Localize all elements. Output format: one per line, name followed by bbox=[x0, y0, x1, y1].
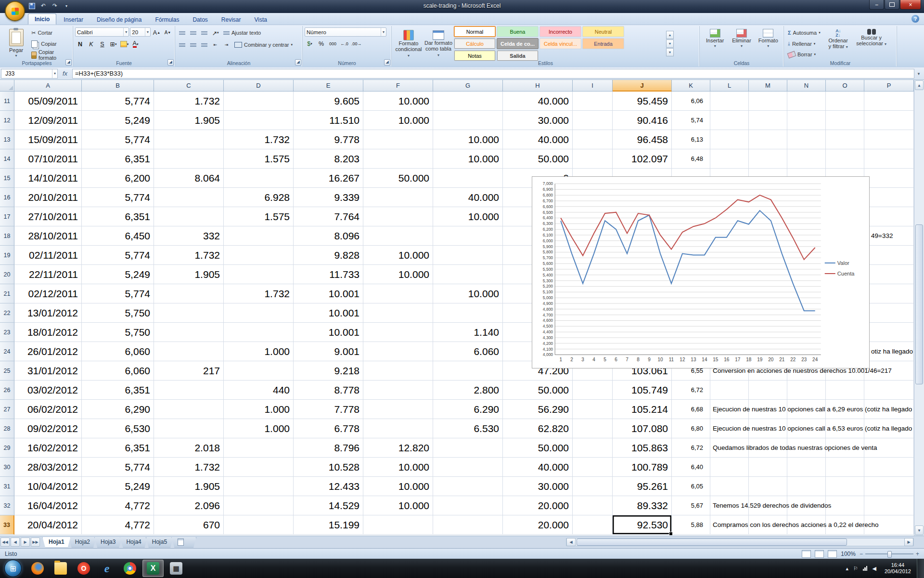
cell-J14[interactable]: 102.097 bbox=[613, 149, 672, 169]
row-header-32[interactable]: 32 bbox=[0, 496, 14, 515]
alignment-dialog-launcher[interactable]: ◢ bbox=[295, 59, 301, 66]
column-header-D[interactable]: D bbox=[224, 80, 294, 92]
cell-style-normal[interactable]: Normal bbox=[454, 26, 496, 37]
cell-C11[interactable]: 1.732 bbox=[154, 92, 224, 111]
cell-F13[interactable] bbox=[363, 130, 433, 149]
cell-G17[interactable]: 10.000 bbox=[433, 207, 503, 226]
cell-G32[interactable] bbox=[433, 496, 503, 515]
cell-I14[interactable] bbox=[573, 149, 613, 169]
cell-I33[interactable] bbox=[573, 515, 613, 535]
cell-C26[interactable] bbox=[154, 381, 224, 400]
row-header-20[interactable]: 20 bbox=[0, 265, 14, 284]
cell-A26[interactable]: 03/02/2012 bbox=[14, 381, 82, 400]
row-header-17[interactable]: 17 bbox=[0, 207, 14, 226]
cell-E21[interactable]: 10.001 bbox=[294, 284, 363, 303]
cell-E33[interactable]: 15.199 bbox=[294, 515, 363, 535]
cell-A17[interactable]: 27/10/2011 bbox=[14, 207, 82, 226]
cell-J12[interactable]: 90.416 bbox=[613, 111, 672, 130]
cell-D22[interactable] bbox=[224, 303, 294, 323]
row-header-16[interactable]: 16 bbox=[0, 188, 14, 207]
row-header-26[interactable]: 26 bbox=[0, 381, 14, 400]
cell-H30[interactable]: 40.000 bbox=[503, 458, 573, 477]
cell-A14[interactable]: 07/10/2011 bbox=[14, 149, 82, 169]
expand-formula-bar-button[interactable]: ▾ bbox=[914, 71, 923, 76]
grow-font-button[interactable]: A▲ bbox=[152, 27, 162, 38]
cell-G16[interactable]: 40.000 bbox=[433, 188, 503, 207]
row-header-14[interactable]: 14 bbox=[0, 149, 14, 169]
cell-O26[interactable] bbox=[826, 381, 864, 400]
page-layout-view-button[interactable] bbox=[815, 550, 824, 558]
cell-style-incorrecto[interactable]: Incorrecto bbox=[539, 26, 581, 37]
cell-B24[interactable]: 6,060 bbox=[82, 342, 154, 361]
cell-A32[interactable]: 16/04/2012 bbox=[14, 496, 82, 515]
column-header-O[interactable]: O bbox=[826, 80, 864, 92]
cell-F16[interactable] bbox=[363, 188, 433, 207]
cell-B32[interactable]: 4,772 bbox=[82, 496, 154, 515]
close-button[interactable]: × bbox=[900, 0, 921, 10]
cell-F25[interactable] bbox=[363, 361, 433, 381]
zoom-level[interactable]: 100% bbox=[841, 551, 856, 557]
zoom-in-icon[interactable]: + bbox=[916, 551, 919, 557]
cell-style-neutral[interactable]: Neutral bbox=[582, 26, 624, 37]
row-header-31[interactable]: 31 bbox=[0, 477, 14, 496]
ribbon-tab-inicio[interactable]: Inicio bbox=[28, 13, 56, 25]
cell-H11[interactable]: 40.000 bbox=[503, 92, 573, 111]
cell-H12[interactable]: 30.000 bbox=[503, 111, 573, 130]
cell-I29[interactable] bbox=[573, 438, 613, 458]
cell-H29[interactable]: 50.000 bbox=[503, 438, 573, 458]
cell-A19[interactable]: 02/11/2011 bbox=[14, 246, 82, 265]
cell-C18[interactable]: 332 bbox=[154, 226, 224, 246]
cell-style-notas[interactable]: Notas bbox=[454, 50, 496, 61]
cell-O14[interactable] bbox=[826, 149, 864, 169]
cell-G26[interactable]: 2.800 bbox=[433, 381, 503, 400]
cell-E19[interactable]: 9.828 bbox=[294, 246, 363, 265]
cell-C31[interactable]: 1.905 bbox=[154, 477, 224, 496]
cell-D20[interactable] bbox=[224, 265, 294, 284]
column-header-L[interactable]: L bbox=[710, 80, 749, 92]
cell-D14[interactable]: 1.575 bbox=[224, 149, 294, 169]
copy-button[interactable]: Copiar bbox=[29, 39, 71, 49]
cell-P23[interactable] bbox=[864, 323, 914, 342]
cell-D15[interactable] bbox=[224, 169, 294, 188]
bold-button[interactable]: N bbox=[75, 39, 85, 49]
clipboard-dialog-launcher[interactable]: ◢ bbox=[65, 59, 72, 66]
cell-D25[interactable] bbox=[224, 361, 294, 381]
cell-H26[interactable]: 50.000 bbox=[503, 381, 573, 400]
worksheet-grid[interactable]: ABCDEFGHIJKLMNOP 1105/09/20115,7741.7329… bbox=[0, 80, 914, 536]
column-header-N[interactable]: N bbox=[787, 80, 826, 92]
align-right-button[interactable] bbox=[199, 40, 209, 50]
decrease-indent-button[interactable]: ⇤ bbox=[210, 40, 220, 50]
cell-H14[interactable]: 50.000 bbox=[503, 149, 573, 169]
cell-B11[interactable]: 5,774 bbox=[82, 92, 154, 111]
cell-G27[interactable]: 6.290 bbox=[433, 400, 503, 419]
cell-G30[interactable] bbox=[433, 458, 503, 477]
cell-F24[interactable] bbox=[363, 342, 433, 361]
conditional-formatting-button[interactable]: Formato condicional ▾ bbox=[394, 28, 424, 59]
cell-C20[interactable]: 1.905 bbox=[154, 265, 224, 284]
vertical-scrollbar[interactable]: ▲ ▼ bbox=[914, 80, 924, 536]
cell-D23[interactable] bbox=[224, 323, 294, 342]
wrap-text-button[interactable]: Ajustar texto bbox=[221, 27, 263, 38]
cell-style-salida[interactable]: Salida bbox=[497, 50, 539, 61]
cell-F15[interactable]: 50.000 bbox=[363, 169, 433, 188]
row-header-15[interactable]: 15 bbox=[0, 169, 14, 188]
cell-B31[interactable]: 5,249 bbox=[82, 477, 154, 496]
cell-O12[interactable] bbox=[826, 111, 864, 130]
font-family-combo[interactable]: Calibri▾ bbox=[75, 27, 129, 37]
cell-B12[interactable]: 5,249 bbox=[82, 111, 154, 130]
horizontal-scrollbar[interactable]: ◀ ▶ bbox=[566, 538, 914, 546]
cell-E13[interactable]: 9.778 bbox=[294, 130, 363, 149]
cell-D28[interactable]: 1.000 bbox=[224, 419, 294, 438]
cell-I28[interactable] bbox=[573, 419, 613, 438]
taskbar-explorer[interactable] bbox=[50, 560, 71, 577]
align-middle-button[interactable] bbox=[188, 28, 198, 38]
row-header-23[interactable]: 23 bbox=[0, 323, 14, 342]
cell-J11[interactable]: 95.459 bbox=[613, 92, 672, 111]
cell-D16[interactable]: 6.928 bbox=[224, 188, 294, 207]
column-header-G[interactable]: G bbox=[433, 80, 503, 92]
accounting-format-button[interactable]: $▾ bbox=[305, 39, 315, 49]
cell-C19[interactable]: 1.732 bbox=[154, 246, 224, 265]
cell-A23[interactable]: 18/01/2012 bbox=[14, 323, 82, 342]
office-button[interactable] bbox=[5, 1, 25, 21]
cell-E15[interactable]: 16.267 bbox=[294, 169, 363, 188]
